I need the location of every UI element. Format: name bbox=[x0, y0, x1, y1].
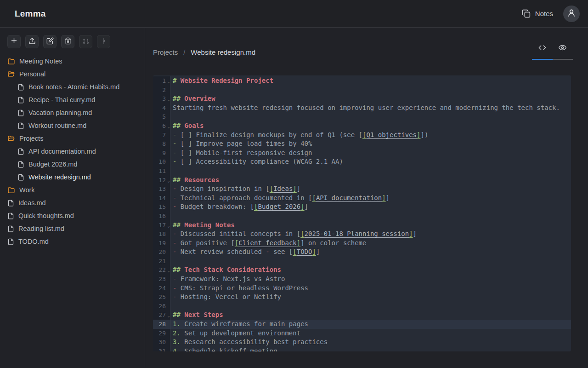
editor-line-6[interactable]: 6⌄## Goals bbox=[153, 121, 571, 131]
upload-icon bbox=[28, 37, 36, 46]
line-content: - Got positive [[Client feedback]] on co… bbox=[170, 239, 571, 248]
editor-line-14[interactable]: 14- Technical approach documented in [[A… bbox=[153, 194, 571, 203]
editor-line-18[interactable]: 18- Discussed initial concepts in [[2025… bbox=[153, 230, 571, 239]
main-panel: Projects / Website redesign.md 1⌄# Websi… bbox=[145, 28, 588, 368]
line-content: - Hosting: Vercel or Netlify bbox=[170, 293, 571, 302]
editor-line-24[interactable]: 24- CMS: Strapi or headless WordPress bbox=[153, 284, 571, 293]
new-note-button[interactable] bbox=[7, 35, 21, 48]
line-content: - [ ] Improve page load times by 40% bbox=[170, 139, 571, 149]
editor-line-26[interactable]: 26 bbox=[153, 302, 571, 311]
line-number: 7 bbox=[153, 131, 170, 140]
editor-line-4[interactable]: 4Starting fresh website redesign focused… bbox=[153, 104, 571, 113]
editor-line-28[interactable]: 281. Create wireframes for main pages bbox=[153, 320, 571, 329]
line-content: ## Goals bbox=[170, 121, 571, 131]
notes-button[interactable]: Notes bbox=[522, 9, 553, 18]
line-number: 28 bbox=[153, 320, 170, 329]
tree-item-label: Projects bbox=[19, 135, 43, 142]
line-number: 12⌄ bbox=[153, 176, 170, 185]
editor-line-12[interactable]: 12⌄## Resources bbox=[153, 176, 571, 185]
editor-line-31[interactable]: 314. Schedule kickoff meeting bbox=[153, 347, 571, 351]
trash-icon bbox=[64, 37, 72, 46]
line-number: 24 bbox=[153, 284, 170, 293]
file-icon bbox=[7, 213, 14, 219]
tree-file-book-notes-atomic-habits-md[interactable]: Book notes - Atomic Habits.md bbox=[0, 80, 145, 93]
git-compare-button[interactable] bbox=[79, 35, 92, 48]
markdown-editor[interactable]: 1⌄# Website Redesign Project23⌄## Overvi… bbox=[153, 75, 571, 351]
delete-button[interactable] bbox=[61, 35, 74, 48]
editor-line-5[interactable]: 5 bbox=[153, 112, 571, 121]
line-content bbox=[170, 212, 571, 221]
folder-icon bbox=[7, 186, 15, 194]
tree-file-recipe-thai-curry-md[interactable]: Recipe - Thai curry.md bbox=[0, 93, 145, 106]
editor-line-8[interactable]: 8- [ ] Improve page load times by 40% bbox=[153, 139, 571, 149]
editor-line-13[interactable]: 13- Design inspiration in [[Ideas]] bbox=[153, 184, 571, 194]
tree-file-budget-2026-md[interactable]: Budget 2026.md bbox=[0, 158, 145, 171]
editor-line-2[interactable]: 2 bbox=[153, 86, 571, 95]
account-button[interactable] bbox=[563, 6, 580, 22]
editor-line-19[interactable]: 19- Got positive [[Client feedback]] on … bbox=[153, 239, 571, 248]
tree-file-ideas-md[interactable]: Ideas.md bbox=[0, 196, 145, 209]
breadcrumb-folder[interactable]: Projects bbox=[153, 48, 178, 56]
line-number: 16 bbox=[153, 212, 170, 221]
app-title: Lemma bbox=[15, 9, 46, 19]
editor-line-21[interactable]: 21 bbox=[153, 257, 571, 266]
tree-item-label: Recipe - Thai curry.md bbox=[28, 96, 95, 104]
editor-line-3[interactable]: 3⌄## Overview bbox=[153, 94, 571, 104]
line-number: 18 bbox=[153, 230, 170, 239]
tree-file-api-documentation-md[interactable]: API documentation.md bbox=[0, 145, 145, 158]
editor-line-1[interactable]: 1⌄# Website Redesign Project bbox=[153, 76, 571, 86]
editor-line-17[interactable]: 17⌄## Meeting Notes bbox=[153, 221, 571, 230]
tab-source-view[interactable] bbox=[532, 40, 553, 60]
tree-file-quick-thoughts-md[interactable]: Quick thoughts.md bbox=[0, 209, 145, 222]
editor-line-29[interactable]: 292. Set up development environment bbox=[153, 329, 571, 338]
folder-icon bbox=[7, 58, 15, 65]
editor-line-22[interactable]: 22⌄## Tech Stack Considerations bbox=[153, 265, 571, 275]
editor-line-9[interactable]: 9- [ ] Mobile-first responsive design bbox=[153, 149, 571, 158]
line-content bbox=[170, 302, 571, 311]
editor-line-27[interactable]: 27⌄## Next Steps bbox=[153, 310, 571, 320]
editor-line-20[interactable]: 20- Next review scheduled - see [[TODO]] bbox=[153, 247, 571, 257]
line-content: - Next review scheduled - see [[TODO]] bbox=[170, 247, 571, 257]
tree-file-workout-routine-md[interactable]: Workout routine.md bbox=[0, 119, 145, 132]
file-icon bbox=[17, 174, 24, 181]
line-content: - [ ] Finalize design mockups by end of … bbox=[170, 131, 571, 140]
line-number: 25 bbox=[153, 293, 170, 302]
edit-button[interactable] bbox=[43, 35, 57, 48]
line-number: 22⌄ bbox=[153, 265, 170, 275]
editor-line-15[interactable]: 15- Budget breakdown: [[Budget 2026]] bbox=[153, 202, 571, 212]
tree-folder-work[interactable]: Work bbox=[0, 184, 145, 196]
editor-line-7[interactable]: 7- [ ] Finalize design mockups by end of… bbox=[153, 131, 571, 140]
editor-line-25[interactable]: 25- Hosting: Vercel or Netlify bbox=[153, 293, 571, 302]
line-content: - Technical approach documented in [[API… bbox=[170, 194, 571, 203]
tree-folder-personal[interactable]: Personal bbox=[0, 68, 145, 80]
editor-line-10[interactable]: 10- [ ] Accessibility compliance (WCAG 2… bbox=[153, 157, 571, 167]
editor-line-30[interactable]: 303. Research accessibility best practic… bbox=[153, 338, 571, 347]
editor-line-23[interactable]: 23- Framework: Next.js vs Astro bbox=[153, 275, 571, 284]
editor-line-16[interactable]: 16 bbox=[153, 212, 571, 221]
tab-preview-view[interactable] bbox=[553, 40, 573, 60]
tree-folder-meeting-notes[interactable]: Meeting Notes bbox=[0, 55, 145, 68]
tree-file-vacation-planning-md[interactable]: Vacation planning.md bbox=[0, 106, 145, 119]
line-content: 2. Set up development environment bbox=[170, 329, 571, 338]
tree-file-website-redesign-md[interactable]: Website redesign.md bbox=[0, 171, 145, 184]
line-content bbox=[170, 257, 571, 266]
editor-lines: 1⌄# Website Redesign Project23⌄## Overvi… bbox=[153, 75, 571, 351]
tree-file-todo-md[interactable]: TODO.md bbox=[0, 235, 145, 248]
tree-item-label: Book notes - Atomic Habits.md bbox=[28, 83, 119, 91]
tree-folder-projects[interactable]: Projects bbox=[0, 132, 145, 145]
tree-item-label: Workout routine.md bbox=[28, 122, 86, 129]
line-number: 19 bbox=[153, 239, 170, 248]
line-number: 27⌄ bbox=[153, 310, 170, 320]
upload-button[interactable] bbox=[25, 35, 39, 48]
tree-file-reading-list-md[interactable]: Reading list.md bbox=[0, 222, 145, 235]
breadcrumb-separator: / bbox=[183, 48, 185, 56]
tree-item-label: TODO.md bbox=[18, 238, 49, 245]
line-number: 17⌄ bbox=[153, 221, 170, 230]
tree-item-label: Budget 2026.md bbox=[28, 161, 77, 168]
user-icon bbox=[567, 8, 576, 19]
git-commit-button[interactable] bbox=[97, 35, 110, 48]
editor-line-11[interactable]: 11 bbox=[153, 167, 571, 176]
line-content: - Budget breakdown: [[Budget 2026]] bbox=[170, 202, 571, 212]
top-bar: Lemma Notes bbox=[0, 0, 588, 28]
line-content bbox=[170, 167, 571, 176]
